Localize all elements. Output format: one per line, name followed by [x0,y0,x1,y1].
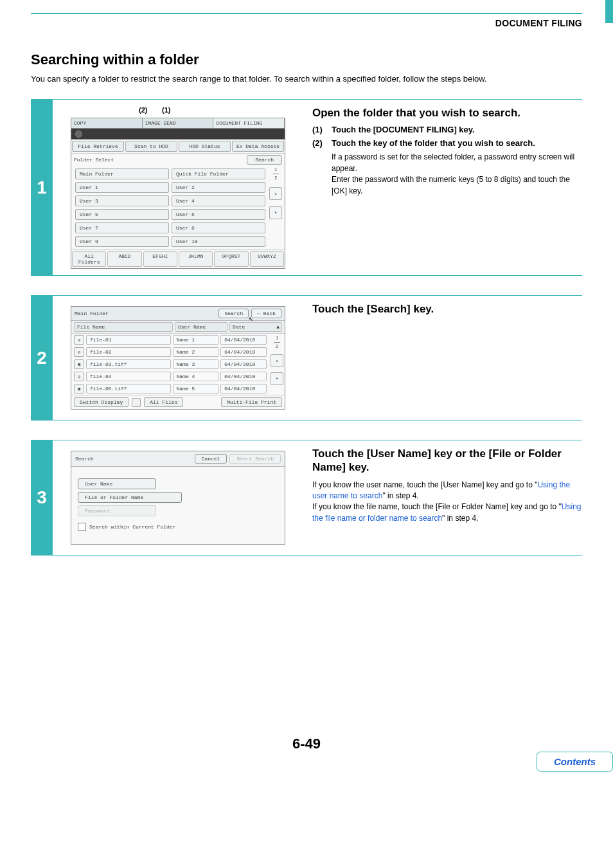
search-title: Search [75,456,94,462]
page-number: 6-49 [31,736,582,752]
section-title: Searching within a folder [31,51,582,68]
step2-shot-cell: Main Folder Search ↖ ← Back File Name Us… [53,295,303,420]
step1-note1: If a password is set for the selected fo… [332,152,582,174]
folder-user-3[interactable]: User 3 [75,195,169,206]
step1-item-2-txt: Touch the key of the folder that you wis… [332,138,535,148]
file-name-cell: file-03.tiff [86,359,171,369]
folder-user-1[interactable]: User 1 [75,182,169,193]
page-divider [274,342,280,343]
file-type-icon: ◷ [74,372,84,381]
file-or-folder-name-button[interactable]: File or Folder Name [78,492,182,503]
folder-user-8[interactable]: User 8 [172,222,265,233]
tab-image-send[interactable]: IMAGE SEND [143,118,214,128]
file-row[interactable]: ◷ file-01 Name 1 04/04/2010 [71,334,269,346]
step3-text-c: If you know the file name, touch the [Fi… [312,502,562,511]
step1-screenshot: COPY IMAGE SEND DOCUMENT FILING File Ret… [71,118,285,269]
scroll-down-button[interactable]: ▾ [271,372,283,385]
alpha-efghi[interactable]: EFGHI [143,251,177,267]
all-files-button[interactable]: All Files [144,397,183,407]
scroll-up-button[interactable]: ▴ [271,354,283,367]
step-2: 2 Main Folder Search ↖ ← Back File Name … [31,295,582,420]
folder-user-10[interactable]: User 10 [172,236,265,247]
alpha-all-folders[interactable]: All Folders [72,251,106,267]
tab-copy[interactable]: COPY [71,118,143,128]
subtab-file-retrieve[interactable]: File Retrieve [72,141,124,152]
col-date[interactable]: Date▲ [229,322,282,332]
doc-header: DOCUMENT FILING [31,18,582,28]
file-row[interactable]: ◷ file-04 Name 4 04/04/2010 [71,370,269,383]
folder-user-7[interactable]: User 7 [75,222,169,233]
step-1: 1 (2) (1) COPY IMAGE SEND DOCUMENT FILIN… [31,99,582,276]
folder-user-2[interactable]: User 2 [172,182,265,193]
col-file-name[interactable]: File Name [74,322,173,332]
step1-item-1: (1) Touch the [DOCUMENT FILING] key. [312,125,582,134]
start-search-button[interactable]: Start Search [229,454,281,464]
file-row[interactable]: ▣ file-03.tiff Name 3 04/04/2010 [71,358,269,370]
search-within-current-folder-row[interactable]: Search within Current Folder [78,523,278,531]
multi-file-print-button[interactable]: Multi-File Print [221,397,282,407]
user-name-cell: Name 5 [173,384,219,393]
step3-shot-cell: Search Cancel Start Search User Name Fil… [53,440,303,556]
page-indicator-top: 1 [274,167,277,172]
step1-item-1-num: (1) [312,125,332,134]
switch-display-button[interactable]: Switch Display [74,397,129,407]
subtab-ex-data-access[interactable]: Ex Data Access [232,141,284,152]
date-cell: 04/04/2010 [220,372,267,381]
alpha-abcd[interactable]: ABCD [107,251,141,267]
display-mode-icon[interactable] [132,398,141,407]
step1-text: Open the folder that you wish to search.… [303,99,582,276]
cancel-button[interactable]: Cancel [195,454,227,464]
folder-user-9[interactable]: User 9 [75,236,169,247]
scroll-up-button[interactable]: ▴ [269,187,282,200]
step3-text-a: If you know the user name, touch the [Us… [312,480,537,489]
alpha-jklmn[interactable]: JKLMN [179,251,213,267]
checkbox-icon[interactable] [78,523,86,531]
date-cell: 04/04/2010 [220,347,267,357]
user-name-cell: Name 1 [173,335,219,345]
col-user-name[interactable]: User Name [175,322,227,332]
step3-text: Touch the [User Name] key or the [File o… [303,440,582,556]
step1-item-2: (2) Touch the key of the folder that you… [312,138,582,148]
step1-title: Open the folder that you wish to search. [312,106,582,120]
password-button[interactable]: Password [78,505,156,516]
subtab-hdd-status[interactable]: HDD Status [179,141,231,152]
col-date-label: Date [233,324,245,330]
folder-user-6[interactable]: User 6 [172,209,265,220]
step3-para-1: If you know the user name, touch the [Us… [312,480,582,502]
folder-user-4[interactable]: User 4 [172,195,265,206]
step-number: 2 [31,295,53,420]
search-button[interactable]: Search [247,155,282,165]
date-cell: 04/04/2010 [220,384,267,393]
date-cell: 04/04/2010 [220,335,267,345]
user-name-button[interactable]: User Name [78,478,156,489]
step3-text-b: " in step 4. [382,491,418,500]
alpha-opqrst[interactable]: OPQRST [214,251,248,267]
step-3: 3 Search Cancel Start Search User Name F… [31,440,582,556]
file-type-icon: ◷ [74,335,84,345]
file-name-cell: file-05.tiff [86,384,171,393]
back-button[interactable]: ← Back [251,309,281,318]
step1-item-2-num: (2) [312,138,332,148]
search-button[interactable]: Search ↖ [218,309,249,318]
alpha-uvwxyz[interactable]: UVWXYZ [250,251,284,267]
file-row[interactable]: ◴ file-02 Name 2 04/04/2010 [71,346,269,358]
user-name-cell: Name 2 [173,347,219,357]
contents-button[interactable]: Contents [537,752,613,772]
step-number: 3 [31,440,53,556]
file-row[interactable]: ▣ file-05.tiff Name 5 04/04/2010 [71,383,269,395]
user-name-cell: Name 3 [173,359,219,369]
step2-text: Touch the [Search] key. [303,295,582,420]
page-indicator-top: 1 [276,336,278,341]
file-name-cell: file-04 [86,372,171,381]
main-folder-button[interactable]: Main Folder [75,168,169,179]
folder-user-5[interactable]: User 5 [75,209,169,220]
step3-para-2: If you know the file name, touch the [Fi… [312,502,582,524]
quick-file-folder-button[interactable]: Quick File Folder [172,168,265,179]
step1-item-1-txt: Touch the [DOCUMENT FILING] key. [332,125,475,134]
step2-title: Touch the [Search] key. [312,302,582,316]
subtab-scan-to-hdd[interactable]: Scan to HDD [125,141,177,152]
tab-document-filing[interactable]: DOCUMENT FILING [213,118,285,128]
scroll-down-button[interactable]: ▾ [269,206,282,219]
globe-icon [75,131,82,138]
search-within-current-folder-label: Search within Current Folder [89,524,175,530]
